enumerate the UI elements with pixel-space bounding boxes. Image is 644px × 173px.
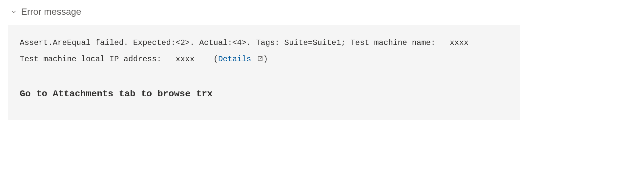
attachments-message: Go to Attachments tab to browse trx (20, 87, 508, 100)
paren-close: ) (263, 55, 268, 64)
error-line2-masked: xxxx (176, 55, 195, 64)
error-line-2: Test machine local IP address: xxxx (Det… (20, 51, 508, 67)
external-link-icon (257, 51, 263, 57)
error-message-block: Assert.AreEqual failed. Expected:<2>. Ac… (8, 25, 520, 120)
details-label: Details (218, 55, 251, 64)
paren-open: ( (214, 55, 218, 64)
error-line1-pre: Assert.AreEqual failed. Expected:<2>. Ac… (20, 38, 435, 47)
error-section-header[interactable]: Error message (0, 0, 644, 22)
chevron-down-icon (10, 8, 18, 16)
error-line-1: Assert.AreEqual failed. Expected:<2>. Ac… (20, 35, 508, 51)
svg-line-1 (260, 57, 262, 59)
section-title: Error message (21, 7, 81, 17)
error-line2-pre: Test machine local IP address: (20, 55, 161, 64)
details-link[interactable]: Details (218, 55, 263, 64)
error-line1-masked: xxxx (450, 38, 469, 47)
